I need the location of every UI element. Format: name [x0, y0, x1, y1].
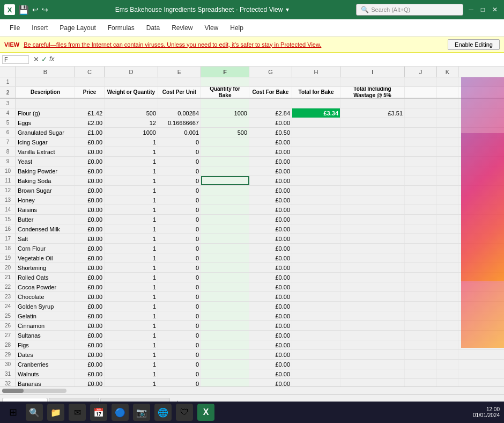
menu-insert[interactable]: Insert [26, 22, 53, 34]
data-cell[interactable] [292, 273, 340, 282]
dropdown-arrow[interactable]: ▾ [286, 6, 289, 13]
minimize-icon[interactable]: ─ [466, 6, 476, 13]
data-cell[interactable] [292, 186, 340, 195]
data-cell[interactable] [340, 77, 405, 86]
data-cell[interactable]: 0 [158, 253, 201, 262]
data-cell[interactable] [405, 273, 437, 282]
data-cell[interactable] [292, 311, 340, 320]
data-cell[interactable]: 1 [105, 205, 158, 214]
data-cell[interactable]: £0.00 [75, 176, 105, 185]
taskbar-photos-icon[interactable]: 📷 [133, 404, 150, 421]
header-cell[interactable] [405, 87, 437, 98]
data-cell[interactable] [292, 350, 340, 359]
data-cell[interactable]: 0 [158, 282, 201, 291]
data-cell[interactable] [340, 244, 405, 253]
data-cell[interactable]: 0 [158, 147, 201, 156]
data-cell[interactable] [340, 195, 405, 205]
data-cell[interactable] [405, 379, 437, 386]
taskbar-files-icon[interactable]: 📁 [47, 404, 64, 421]
data-cell[interactable]: £0.00 [249, 224, 292, 234]
taskbar-teams-icon[interactable]: 🔵 [112, 404, 129, 421]
data-cell[interactable] [340, 340, 405, 349]
data-cell[interactable] [437, 77, 458, 86]
data-cell[interactable] [105, 77, 158, 86]
data-cell[interactable]: £0.00 [249, 369, 292, 378]
data-cell[interactable] [340, 205, 405, 214]
data-cell[interactable] [437, 350, 458, 359]
data-cell[interactable]: £0.00 [75, 292, 105, 301]
data-cell[interactable]: £0.00 [249, 234, 292, 243]
data-cell[interactable] [437, 379, 458, 386]
scrollbar-thumb[interactable] [2, 389, 24, 393]
data-cell[interactable]: 0 [158, 302, 201, 311]
data-cell[interactable] [437, 99, 458, 108]
data-cell[interactable] [340, 311, 405, 320]
menu-page-layout[interactable]: Page Layout [54, 22, 101, 34]
data-cell[interactable] [340, 263, 405, 272]
col-header-f[interactable]: F [201, 67, 249, 77]
data-cell[interactable]: 1 [105, 302, 158, 311]
data-cell[interactable] [437, 118, 458, 127]
data-cell[interactable]: Brown Sugar [16, 186, 75, 195]
col-header-j[interactable]: J [405, 67, 437, 77]
data-cell[interactable] [437, 331, 458, 340]
data-cell[interactable]: £0.00 [249, 195, 292, 205]
data-cell[interactable] [201, 137, 249, 147]
data-cell[interactable] [201, 292, 249, 301]
data-cell[interactable]: 1 [105, 273, 158, 282]
data-cell[interactable]: Gelatin [16, 311, 75, 320]
data-cell[interactable]: 0.00284 [158, 108, 201, 118]
data-cell[interactable]: 0 [158, 137, 201, 147]
data-cell[interactable]: £0.00 [75, 224, 105, 234]
data-cell[interactable]: £0.00 [249, 321, 292, 330]
data-cell[interactable]: 1 [105, 253, 158, 262]
data-cell[interactable] [405, 253, 437, 262]
data-cell[interactable]: 0 [158, 311, 201, 320]
data-cell[interactable] [292, 137, 340, 147]
col-header-k[interactable]: K [437, 67, 458, 77]
data-cell[interactable] [340, 99, 405, 108]
data-cell[interactable] [405, 311, 437, 320]
data-cell[interactable] [405, 128, 437, 137]
scrollbar-track[interactable] [2, 389, 66, 393]
data-cell[interactable]: £0.50 [249, 128, 292, 137]
data-cell[interactable] [292, 205, 340, 214]
data-cell[interactable] [201, 205, 249, 214]
data-cell[interactable]: £3.34 [292, 108, 340, 118]
data-cell[interactable]: 0 [158, 244, 201, 253]
data-cell[interactable] [405, 99, 437, 108]
col-header-c[interactable]: C [75, 67, 105, 77]
data-cell[interactable]: 1 [105, 195, 158, 205]
data-cell[interactable]: £0.00 [249, 166, 292, 176]
data-cell[interactable] [201, 157, 249, 166]
col-header-d[interactable]: D [105, 67, 158, 77]
data-cell[interactable] [405, 224, 437, 234]
header-cell[interactable]: Total for Bake [292, 87, 340, 98]
data-cell[interactable] [292, 166, 340, 176]
data-cell[interactable]: £0.00 [249, 244, 292, 253]
data-cell[interactable] [16, 99, 75, 108]
data-cell[interactable]: £0.00 [249, 379, 292, 386]
data-cell[interactable] [105, 99, 158, 108]
data-cell[interactable] [437, 321, 458, 330]
data-cell[interactable] [405, 234, 437, 243]
header-cell[interactable] [437, 87, 458, 98]
data-cell[interactable]: £0.00 [249, 186, 292, 195]
data-cell[interactable]: 0 [158, 360, 201, 369]
data-cell[interactable]: £0.00 [75, 186, 105, 195]
data-cell[interactable]: 1 [105, 186, 158, 195]
data-cell[interactable] [340, 379, 405, 386]
data-cell[interactable] [340, 292, 405, 301]
data-cell[interactable]: £0.00 [75, 360, 105, 369]
data-cell[interactable] [340, 215, 405, 224]
data-cell[interactable] [340, 234, 405, 243]
data-cell[interactable] [201, 186, 249, 195]
data-cell[interactable]: Cranberries [16, 360, 75, 369]
data-cell[interactable] [437, 311, 458, 320]
data-cell[interactable] [292, 331, 340, 340]
data-cell[interactable]: Honey [16, 195, 75, 205]
data-cell[interactable]: £0.00 [249, 137, 292, 147]
data-cell[interactable]: 0 [158, 273, 201, 282]
data-cell[interactable]: £0.00 [75, 369, 105, 378]
data-cell[interactable] [292, 215, 340, 224]
